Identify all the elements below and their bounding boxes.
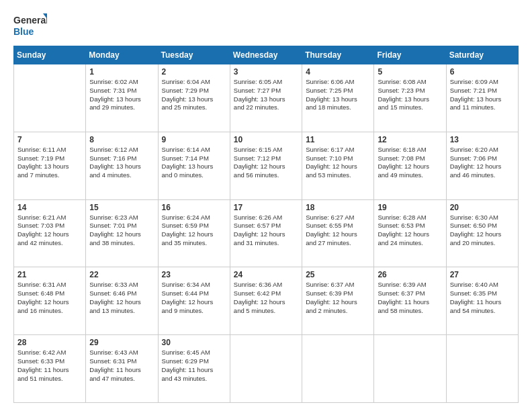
day-info: Sunrise: 6:06 AM Sunset: 7:25 PM Dayligh… [306, 78, 370, 112]
svg-text:Blue: Blue [13, 26, 34, 37]
day-info: Sunrise: 6:04 AM Sunset: 7:29 PM Dayligh… [162, 78, 226, 112]
day-info: Sunrise: 6:26 AM Sunset: 6:57 PM Dayligh… [234, 214, 298, 248]
calendar-cell: 20Sunrise: 6:30 AM Sunset: 6:50 PM Dayli… [446, 199, 518, 267]
day-number: 3 [234, 67, 298, 77]
day-info: Sunrise: 6:28 AM Sunset: 6:53 PM Dayligh… [378, 214, 442, 248]
calendar-cell: 7Sunrise: 6:11 AM Sunset: 7:19 PM Daylig… [14, 132, 86, 199]
day-number: 1 [89, 67, 154, 77]
day-header-thursday: Thursday [302, 46, 374, 64]
day-number: 26 [378, 270, 442, 279]
day-number: 21 [17, 270, 82, 279]
calendar-table: SundayMondayTuesdayWednesdayThursdayFrid… [13, 46, 519, 403]
calendar-cell: 30Sunrise: 6:45 AM Sunset: 6:29 PM Dayli… [158, 335, 230, 403]
calendar-cell [14, 64, 86, 132]
day-info: Sunrise: 6:31 AM Sunset: 6:48 PM Dayligh… [17, 281, 82, 315]
day-info: Sunrise: 6:17 AM Sunset: 7:10 PM Dayligh… [306, 146, 370, 180]
day-number: 15 [89, 203, 154, 212]
day-number: 9 [162, 135, 226, 144]
day-info: Sunrise: 6:30 AM Sunset: 6:50 PM Dayligh… [450, 214, 515, 248]
day-number: 28 [17, 338, 82, 347]
week-row-2: 7Sunrise: 6:11 AM Sunset: 7:19 PM Daylig… [14, 132, 519, 199]
calendar-cell: 9Sunrise: 6:14 AM Sunset: 7:14 PM Daylig… [158, 132, 230, 199]
calendar-cell: 13Sunrise: 6:20 AM Sunset: 7:06 PM Dayli… [446, 132, 518, 199]
day-info: Sunrise: 6:21 AM Sunset: 7:03 PM Dayligh… [17, 214, 82, 248]
calendar-header-row: SundayMondayTuesdayWednesdayThursdayFrid… [14, 46, 519, 64]
day-info: Sunrise: 6:43 AM Sunset: 6:31 PM Dayligh… [89, 349, 154, 383]
day-number: 7 [17, 135, 82, 144]
day-number: 12 [378, 135, 442, 144]
logo-svg: General Blue [13, 12, 47, 39]
svg-text:General: General [13, 15, 47, 26]
day-header-wednesday: Wednesday [230, 46, 302, 64]
day-number: 25 [306, 270, 370, 279]
calendar-cell: 14Sunrise: 6:21 AM Sunset: 7:03 PM Dayli… [14, 199, 86, 267]
day-info: Sunrise: 6:34 AM Sunset: 6:44 PM Dayligh… [162, 281, 226, 315]
day-number: 20 [450, 203, 515, 212]
day-number: 23 [162, 270, 226, 279]
day-info: Sunrise: 6:36 AM Sunset: 6:42 PM Dayligh… [234, 281, 298, 315]
day-header-tuesday: Tuesday [158, 46, 230, 64]
calendar-cell: 21Sunrise: 6:31 AM Sunset: 6:48 PM Dayli… [14, 267, 86, 335]
week-row-1: 1Sunrise: 6:02 AM Sunset: 7:31 PM Daylig… [14, 64, 519, 132]
calendar-cell: 6Sunrise: 6:09 AM Sunset: 7:21 PM Daylig… [446, 64, 518, 132]
calendar-cell: 4Sunrise: 6:06 AM Sunset: 7:25 PM Daylig… [302, 64, 374, 132]
day-info: Sunrise: 6:20 AM Sunset: 7:06 PM Dayligh… [450, 146, 515, 180]
day-number: 2 [162, 67, 226, 77]
calendar-cell: 16Sunrise: 6:24 AM Sunset: 6:59 PM Dayli… [158, 199, 230, 267]
calendar-cell: 2Sunrise: 6:04 AM Sunset: 7:29 PM Daylig… [158, 64, 230, 132]
day-info: Sunrise: 6:27 AM Sunset: 6:55 PM Dayligh… [306, 214, 370, 248]
calendar-cell: 12Sunrise: 6:18 AM Sunset: 7:08 PM Dayli… [374, 132, 446, 199]
day-header-friday: Friday [374, 46, 446, 64]
day-number: 19 [378, 203, 442, 212]
calendar-cell [374, 335, 446, 403]
calendar-cell [446, 335, 518, 403]
day-header-sunday: Sunday [14, 46, 86, 64]
calendar-cell: 27Sunrise: 6:40 AM Sunset: 6:35 PM Dayli… [446, 267, 518, 335]
day-number: 27 [450, 270, 515, 279]
day-info: Sunrise: 6:23 AM Sunset: 7:01 PM Dayligh… [89, 214, 154, 248]
day-info: Sunrise: 6:24 AM Sunset: 6:59 PM Dayligh… [162, 214, 226, 248]
day-number: 6 [450, 67, 515, 77]
day-info: Sunrise: 6:42 AM Sunset: 6:33 PM Dayligh… [17, 349, 82, 383]
day-info: Sunrise: 6:05 AM Sunset: 7:27 PM Dayligh… [234, 78, 298, 112]
week-row-4: 21Sunrise: 6:31 AM Sunset: 6:48 PM Dayli… [14, 267, 519, 335]
calendar-cell: 23Sunrise: 6:34 AM Sunset: 6:44 PM Dayli… [158, 267, 230, 335]
day-number: 4 [306, 67, 370, 77]
day-info: Sunrise: 6:08 AM Sunset: 7:23 PM Dayligh… [378, 78, 442, 112]
day-number: 11 [306, 135, 370, 144]
day-info: Sunrise: 6:37 AM Sunset: 6:39 PM Dayligh… [306, 281, 370, 315]
calendar-cell: 18Sunrise: 6:27 AM Sunset: 6:55 PM Dayli… [302, 199, 374, 267]
calendar-cell [230, 335, 302, 403]
calendar-cell: 3Sunrise: 6:05 AM Sunset: 7:27 PM Daylig… [230, 64, 302, 132]
day-number: 13 [450, 135, 515, 144]
day-number: 24 [234, 270, 298, 279]
calendar-cell: 22Sunrise: 6:33 AM Sunset: 6:46 PM Dayli… [86, 267, 158, 335]
calendar-cell: 24Sunrise: 6:36 AM Sunset: 6:42 PM Dayli… [230, 267, 302, 335]
day-info: Sunrise: 6:12 AM Sunset: 7:16 PM Dayligh… [89, 146, 154, 180]
day-info: Sunrise: 6:18 AM Sunset: 7:08 PM Dayligh… [378, 146, 442, 180]
day-number: 18 [306, 203, 370, 212]
day-header-saturday: Saturday [446, 46, 518, 64]
calendar-cell: 29Sunrise: 6:43 AM Sunset: 6:31 PM Dayli… [86, 335, 158, 403]
day-number: 14 [17, 203, 82, 212]
logo: General Blue [13, 12, 47, 39]
calendar-cell: 11Sunrise: 6:17 AM Sunset: 7:10 PM Dayli… [302, 132, 374, 199]
calendar-cell: 28Sunrise: 6:42 AM Sunset: 6:33 PM Dayli… [14, 335, 86, 403]
calendar-cell: 5Sunrise: 6:08 AM Sunset: 7:23 PM Daylig… [374, 64, 446, 132]
week-row-5: 28Sunrise: 6:42 AM Sunset: 6:33 PM Dayli… [14, 335, 519, 403]
calendar-cell: 1Sunrise: 6:02 AM Sunset: 7:31 PM Daylig… [86, 64, 158, 132]
day-info: Sunrise: 6:33 AM Sunset: 6:46 PM Dayligh… [89, 281, 154, 315]
day-info: Sunrise: 6:14 AM Sunset: 7:14 PM Dayligh… [162, 146, 226, 180]
calendar-cell: 26Sunrise: 6:39 AM Sunset: 6:37 PM Dayli… [374, 267, 446, 335]
calendar-cell: 10Sunrise: 6:15 AM Sunset: 7:12 PM Dayli… [230, 132, 302, 199]
day-info: Sunrise: 6:15 AM Sunset: 7:12 PM Dayligh… [234, 146, 298, 180]
calendar-cell: 17Sunrise: 6:26 AM Sunset: 6:57 PM Dayli… [230, 199, 302, 267]
day-number: 17 [234, 203, 298, 212]
calendar-cell: 25Sunrise: 6:37 AM Sunset: 6:39 PM Dayli… [302, 267, 374, 335]
day-number: 16 [162, 203, 226, 212]
calendar-cell: 15Sunrise: 6:23 AM Sunset: 7:01 PM Dayli… [86, 199, 158, 267]
calendar-cell: 19Sunrise: 6:28 AM Sunset: 6:53 PM Dayli… [374, 199, 446, 267]
calendar-cell: 8Sunrise: 6:12 AM Sunset: 7:16 PM Daylig… [86, 132, 158, 199]
day-number: 10 [234, 135, 298, 144]
day-number: 29 [89, 338, 154, 347]
